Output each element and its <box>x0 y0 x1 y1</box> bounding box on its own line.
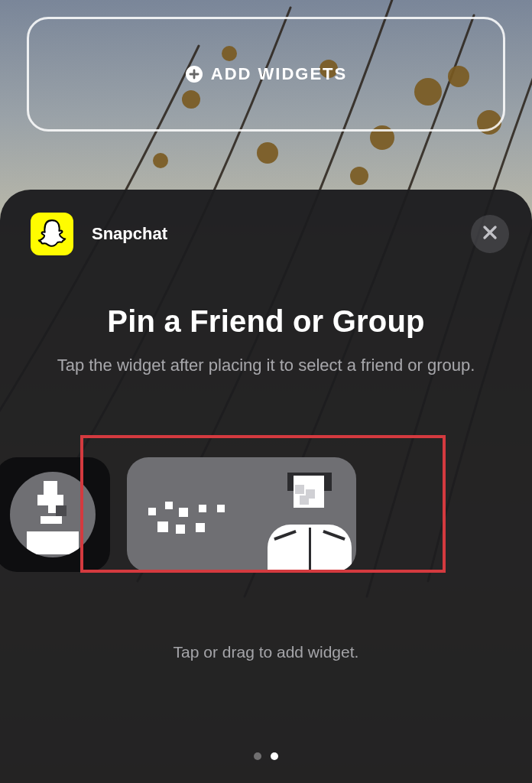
svg-rect-12 <box>189 73 199 76</box>
sheet-subtitle: Tap the widget after placing it to selec… <box>0 353 532 379</box>
plus-circle-icon <box>185 65 203 83</box>
close-icon <box>482 224 498 244</box>
friend-avatar-icon <box>10 472 96 557</box>
svg-point-5 <box>257 142 278 164</box>
page-dot-1[interactable] <box>271 752 278 760</box>
add-widgets-button[interactable]: ADD WIDGETS <box>27 17 505 132</box>
app-identity: Snapchat <box>31 213 167 255</box>
widget-picker-sheet: Snapchat Pin a Friend or Group Tap the w… <box>0 190 532 783</box>
app-name-label: Snapchat <box>92 224 167 244</box>
widget-carousel[interactable] <box>0 446 532 583</box>
svg-point-6 <box>350 167 368 185</box>
page-dot-0[interactable] <box>254 752 261 760</box>
snapchat-app-icon <box>31 213 73 255</box>
sheet-hint: Tap or drag to add widget. <box>0 643 532 661</box>
sheet-title: Pin a Friend or Group <box>0 304 532 339</box>
page-indicator[interactable] <box>0 752 532 760</box>
widget-option-medium[interactable] <box>127 457 356 572</box>
svg-point-9 <box>153 153 168 168</box>
close-button[interactable] <box>471 215 509 253</box>
sheet-header: Snapchat <box>0 205 532 255</box>
add-widgets-label: ADD WIDGETS <box>211 64 347 84</box>
friend-avatar-icon <box>268 473 352 572</box>
widget-option-small[interactable] <box>0 457 110 572</box>
